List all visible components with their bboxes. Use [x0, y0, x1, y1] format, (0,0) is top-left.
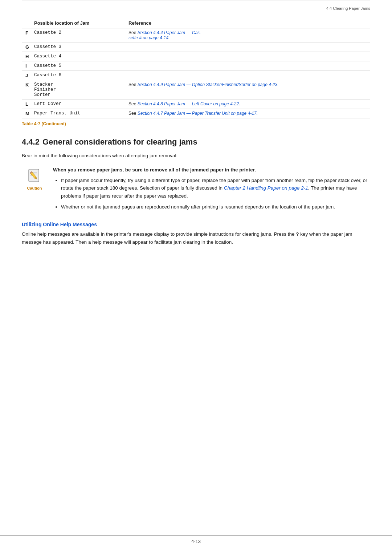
row-location: Cassette 5 [30, 61, 125, 71]
table-row: ICassette 5 [22, 61, 370, 71]
reference-link[interactable]: Section 4.4.7 Paper Jam — Paper Transfer… [138, 111, 258, 116]
page-footer: 4-13 [0, 535, 392, 544]
row-label: K [22, 80, 30, 100]
caution-bold-text: When you remove paper jams, be sure to r… [53, 166, 370, 174]
col-header-reference: Reference [125, 18, 370, 28]
subsection-heading: Utilizing Online Help Messages [22, 222, 370, 227]
table-row: KStackerFinisherSorterSee Section 4.4.9 … [22, 80, 370, 100]
table-caption: Table 4-7 (Continued) [22, 121, 370, 126]
caution-block: Caution When you remove paper jams, be s… [22, 166, 370, 214]
row-reference: See Section 4.4.8 Paper Jam — Left Cover… [125, 100, 370, 109]
jam-table: Possible location of Jam Reference FCass… [22, 18, 370, 118]
page-number: 4-13 [191, 539, 201, 544]
row-reference [125, 52, 370, 61]
page-container: 4.4 Clearing Paper Jams Possible locatio… [0, 0, 392, 555]
table-row: FCassette 2See Section 4.4.4 Paper Jam —… [22, 28, 370, 42]
row-location: Paper Trans. Unit [30, 109, 125, 118]
table-section: Possible location of Jam Reference FCass… [22, 18, 370, 126]
top-rule [22, 0, 370, 3]
row-label: M [22, 109, 30, 118]
row-location: Left Cover [30, 100, 125, 109]
row-reference [125, 42, 370, 52]
section-heading: 4.4.2General considerations for clearing… [22, 137, 370, 147]
row-label: H [22, 52, 30, 61]
table-row: JCassette 6 [22, 71, 370, 80]
row-reference [125, 61, 370, 71]
row-location: Cassette 6 [30, 71, 125, 80]
bullet-item: Whether or not the jammed pages are repr… [61, 203, 370, 211]
row-label: I [22, 61, 30, 71]
table-row: GCassette 3 [22, 42, 370, 52]
table-row: MPaper Trans. UnitSee Section 4.4.7 Pape… [22, 109, 370, 118]
row-location: Cassette 3 [30, 42, 125, 52]
row-reference [125, 71, 370, 80]
row-label: F [22, 28, 30, 42]
section-number: 4.4.2 [22, 137, 40, 146]
reference-link[interactable]: Section 4.4.9 Paper Jam — Option Stacker… [138, 82, 279, 87]
row-reference: See Section 4.4.9 Paper Jam — Option Sta… [125, 80, 370, 100]
section-title: General considerations for clearing jams [42, 137, 197, 146]
row-location: Cassette 4 [30, 52, 125, 61]
section-intro: Bear in mind the following consideration… [22, 152, 370, 160]
main-content: Possible location of Jam Reference FCass… [0, 11, 392, 273]
page-header: 4.4 Clearing Paper Jams [0, 3, 392, 11]
chapter-link[interactable]: Chapter 2 Handling Paper on page 2-1 [224, 185, 308, 191]
reference-link[interactable]: Section 4.4.4 Paper Jam — Cas-sette # on… [128, 30, 201, 40]
caution-icon [25, 166, 44, 185]
caution-bullet-list: If paper jams occur frequently, try usin… [61, 177, 370, 211]
row-location: StackerFinisherSorter [30, 80, 125, 100]
bullet-item: If paper jams occur frequently, try usin… [61, 177, 370, 200]
reference-link[interactable]: Section 4.4.8 Paper Jam — Left Cover on … [138, 101, 240, 106]
table-row: LLeft CoverSee Section 4.4.8 Paper Jam —… [22, 100, 370, 109]
table-row: HCassette 4 [22, 52, 370, 61]
row-location: Cassette 2 [30, 28, 125, 42]
col-header-location: Possible location of Jam [30, 18, 125, 28]
header-section-ref: 4.4 Clearing Paper Jams [326, 6, 370, 11]
row-reference: See Section 4.4.7 Paper Jam — Paper Tran… [125, 109, 370, 118]
row-label: G [22, 42, 30, 52]
caution-label: Caution [27, 186, 42, 190]
row-label: J [22, 71, 30, 80]
caution-content: When you remove paper jams, be sure to r… [53, 166, 370, 214]
caution-icon-area: Caution [22, 166, 47, 190]
col-header-label [22, 18, 30, 28]
subsection-body: Online help messages are available in th… [22, 230, 370, 246]
row-reference: See Section 4.4.4 Paper Jam — Cas-sette … [125, 28, 370, 42]
row-label: L [22, 100, 30, 109]
